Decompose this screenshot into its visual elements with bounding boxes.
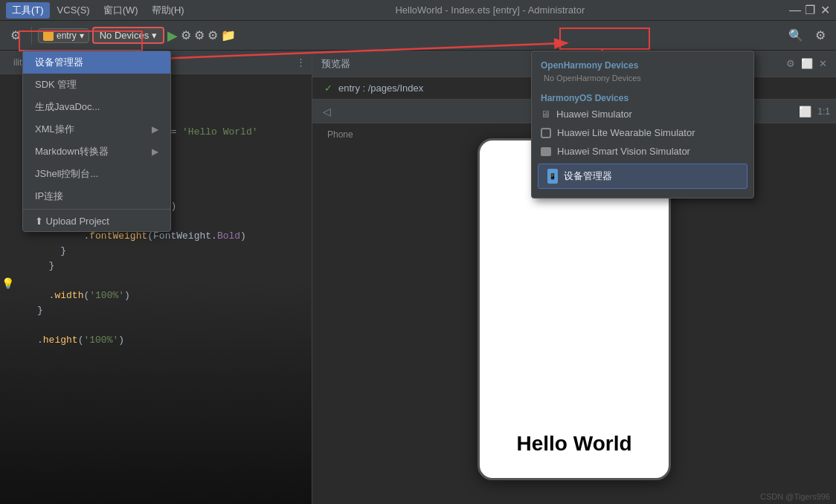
menu-item-jshell[interactable]: JShell控制台... xyxy=(23,163,170,185)
breadcrumb-text: entry : /pages/Index xyxy=(338,83,423,94)
openharmony-title: OpenHarmony Devices xyxy=(532,57,753,72)
menu-item-upload-label: ⬆ Upload Project xyxy=(35,216,109,227)
smart-vision-item[interactable]: Huawei Smart Vision Simulator xyxy=(532,142,753,161)
menu-item-xml-label: XML操作 xyxy=(35,123,74,136)
code-line-14 xyxy=(0,274,312,288)
main-toolbar: ⚙ entry ▾ No Devices ▾ ▶ ⚙ ⚙ ⚙ 📁 🔍 ⚙ xyxy=(0,21,836,51)
devices-dropdown-menu: OpenHarmony Devices No OpenHarmony Devic… xyxy=(531,51,754,198)
lite-wearable-label: Huawei Lite Wearable Simulator xyxy=(557,127,695,138)
huawei-simulator-item[interactable]: 🖥 Huawei Simulator xyxy=(532,105,753,123)
xml-submenu-arrow-icon: ▶ xyxy=(152,124,158,135)
preview-back-icon[interactable]: ◁ xyxy=(318,104,335,119)
openharmony-subtitle: No OpenHarmony Devices xyxy=(532,72,753,85)
entry-selector[interactable]: entry ▾ xyxy=(38,28,89,43)
code-line-17 xyxy=(0,318,312,333)
phone-label: Phone xyxy=(327,129,353,140)
menu-tools[interactable]: 工具(T) xyxy=(6,2,50,19)
check-mark-icon: ✓ xyxy=(324,83,332,94)
preview-settings-icon[interactable]: ⚙ xyxy=(786,58,795,69)
preview-title: 预览器 xyxy=(321,57,350,71)
maximize-button[interactable]: ❐ xyxy=(805,5,815,16)
build-button[interactable]: 📁 xyxy=(221,28,236,42)
menu-item-sdk-label: SDK 管理 xyxy=(35,78,77,91)
menu-item-xml[interactable]: XML操作 ▶ xyxy=(23,118,170,140)
huawei-simulator-label: Huawei Simulator xyxy=(556,109,632,120)
preview-close-icon[interactable]: ✕ xyxy=(819,58,827,69)
menu-item-javadoc[interactable]: 生成JavaDoc... xyxy=(23,96,170,118)
minimize-button[interactable]: — xyxy=(790,5,800,16)
code-line-12: } xyxy=(0,244,312,259)
code-line-13: } xyxy=(0,259,312,274)
smart-vision-label: Huawei Smart Vision Simulator xyxy=(557,146,690,157)
preview-expand-icon[interactable]: ⬜ xyxy=(801,58,813,69)
watermark: CSDN @Tigers996 xyxy=(760,492,830,501)
lite-wearable-item[interactable]: Huawei Lite Wearable Simulator xyxy=(532,123,753,142)
menu-bar: 工具(T) VCS(S) 窗口(W) 帮助(H) xyxy=(6,2,190,19)
window-title: HelloWorld - Index.ets [entry] - Adminis… xyxy=(190,4,790,16)
code-line-16: } xyxy=(0,303,312,318)
device-manager-item[interactable]: 📱 设备管理器 xyxy=(538,164,747,189)
menu-item-upload[interactable]: ⬆ Upload Project xyxy=(23,209,170,231)
no-devices-chevron-icon: ▾ xyxy=(152,30,157,41)
close-button[interactable]: ✕ xyxy=(820,5,830,16)
code-line-15: .width('100%') xyxy=(0,288,312,303)
hint-icon: 💡 xyxy=(1,277,14,289)
markdown-submenu-arrow-icon: ▶ xyxy=(152,146,158,157)
hello-world-text: Hello World xyxy=(516,432,631,456)
sync-button[interactable]: ⚙ xyxy=(194,28,205,42)
settings-button[interactable]: ⚙ xyxy=(811,26,830,45)
expand-icon[interactable]: ⬜ xyxy=(799,106,811,117)
entry-icon xyxy=(43,30,54,41)
device-manager-label: 设备管理器 xyxy=(564,169,612,183)
title-bar: 工具(T) VCS(S) 窗口(W) 帮助(H) HelloWorld - In… xyxy=(0,0,836,21)
watch-icon xyxy=(541,128,551,138)
run-button[interactable]: ▶ xyxy=(167,28,178,44)
menu-item-sdk[interactable]: SDK 管理 xyxy=(23,74,170,96)
menu-item-markdown[interactable]: Markdown转换器 ▶ xyxy=(23,140,170,163)
entry-label: entry xyxy=(57,30,77,41)
menu-vcs[interactable]: VCS(S) xyxy=(51,3,96,17)
menu-window[interactable]: 窗口(W) xyxy=(97,2,144,19)
no-devices-label: No Devices xyxy=(100,30,149,41)
menu-item-jshell-label: JShell控制台... xyxy=(35,167,98,181)
menu-item-javadoc-label: 生成JavaDoc... xyxy=(35,100,100,114)
menu-item-device-manager-label: 设备管理器 xyxy=(35,56,83,69)
menu-item-ip-label: IP连接 xyxy=(35,190,63,203)
tools-dropdown-menu: 设备管理器 SDK 管理 生成JavaDoc... XML操作 ▶ Markdo… xyxy=(22,51,171,232)
separator-1 xyxy=(31,27,32,45)
huawei-sim-icon: 🖥 xyxy=(541,109,550,120)
tab-more-icon[interactable]: ⋮ xyxy=(296,56,306,68)
code-line-18: .height('100%') xyxy=(0,333,312,348)
phone-icon: 📱 xyxy=(547,169,558,184)
profile-button[interactable]: ⚙ xyxy=(208,28,218,42)
window-controls: — ❐ ✕ xyxy=(790,5,830,16)
debug-button[interactable]: ⚙ xyxy=(181,28,191,42)
menu-item-device-manager[interactable]: 设备管理器 xyxy=(23,51,170,74)
menu-item-markdown-label: Markdown转换器 xyxy=(35,145,109,158)
menu-help[interactable]: 帮助(H) xyxy=(146,2,190,19)
preview-ratio: 1:1 xyxy=(817,106,830,117)
camera-icon xyxy=(541,147,551,156)
entry-chevron-icon: ▾ xyxy=(80,30,84,41)
search-button[interactable]: 🔍 xyxy=(784,26,808,45)
menu-item-ip[interactable]: IP连接 xyxy=(23,185,170,207)
gear-icon[interactable]: ⚙ xyxy=(6,26,25,45)
no-devices-button[interactable]: No Devices ▾ xyxy=(92,27,164,44)
harmonyos-title: HarmonyOS Devices xyxy=(532,90,753,105)
